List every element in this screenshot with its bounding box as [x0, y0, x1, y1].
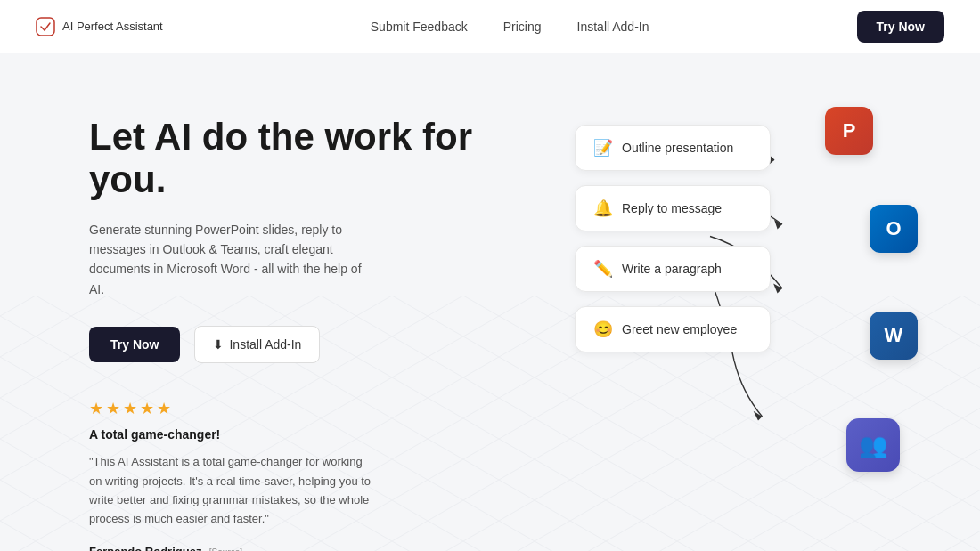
hero-title: Let AI do the work for you. — [89, 116, 490, 202]
feature-card-1: 🔔 Reply to message — [575, 185, 771, 231]
right-section: 📝 Outline presentation 🔔 Reply to messag… — [526, 107, 927, 534]
hero-subtitle: Generate stunning PowerPoint slides, rep… — [89, 220, 374, 300]
download-icon: ⬇ — [213, 337, 224, 352]
nav-link-install-add-in[interactable]: Install Add-In — [577, 20, 649, 34]
word-icon: W — [870, 312, 918, 360]
navbar: AI Perfect Assistant Submit Feedback Pri… — [0, 0, 980, 53]
star-4: ★ — [140, 399, 154, 418]
testimonial-title: A total game-changer! — [89, 427, 490, 442]
feature-text-3: Greet new employee — [622, 322, 737, 336]
star-5: ★ — [157, 399, 171, 418]
feature-text-2: Write a paragraph — [622, 262, 722, 276]
brand-name: AI Perfect Assistant — [62, 20, 163, 33]
feature-emoji-3: 😊 — [593, 320, 613, 339]
nav-links: Submit Feedback Pricing Install Add-In — [371, 20, 649, 34]
install-add-in-button[interactable]: ⬇ Install Add-In — [194, 326, 320, 363]
main-content: Let AI do the work for you. Generate stu… — [0, 53, 980, 551]
testimonial-quote: "This AI Assistant is a total game-chang… — [89, 452, 374, 529]
feature-emoji-0: 📝 — [593, 138, 613, 158]
feature-emoji-1: 🔔 — [593, 199, 613, 218]
powerpoint-icon: P — [825, 107, 873, 155]
author-name: Fernando Rodriguez — [89, 545, 201, 551]
feature-cards: 📝 Outline presentation 🔔 Reply to messag… — [575, 125, 878, 367]
install-label: Install Add-In — [229, 337, 301, 352]
star-3: ★ — [123, 399, 137, 418]
cta-buttons: Try Now ⬇ Install Add-In — [89, 326, 490, 363]
svg-rect-1 — [37, 18, 54, 36]
feature-emoji-2: ✏️ — [593, 259, 613, 279]
feature-text-0: Outline presentation — [622, 141, 733, 155]
nav-try-now-button[interactable]: Try Now — [857, 11, 944, 43]
feature-card-2: ✏️ Write a paragraph — [575, 246, 771, 292]
nav-logo[interactable]: AI Perfect Assistant — [36, 17, 163, 36]
try-now-button[interactable]: Try Now — [89, 327, 180, 362]
star-rating: ★ ★ ★ ★ ★ — [89, 399, 490, 418]
outlook-icon: O — [870, 205, 918, 253]
feature-card-0: 📝 Outline presentation — [575, 125, 771, 171]
nav-link-submit-feedback[interactable]: Submit Feedback — [371, 20, 468, 34]
teams-icon: 👥 — [846, 418, 900, 472]
logo-icon — [36, 17, 55, 36]
feature-text-1: Reply to message — [622, 201, 722, 215]
svg-marker-5 — [754, 411, 763, 421]
author-name-line: Fernando Rodriguez [Source] — [89, 543, 490, 551]
author-source: [Source] — [209, 547, 242, 551]
feature-card-3: 😊 Greet new employee — [575, 306, 771, 352]
testimonial-author: Fernando Rodriguez [Source] E-commerce D… — [89, 543, 490, 551]
nav-link-pricing[interactable]: Pricing — [503, 20, 542, 34]
star-2: ★ — [106, 399, 120, 418]
left-section: Let AI do the work for you. Generate stu… — [89, 107, 490, 551]
star-1: ★ — [89, 399, 103, 418]
